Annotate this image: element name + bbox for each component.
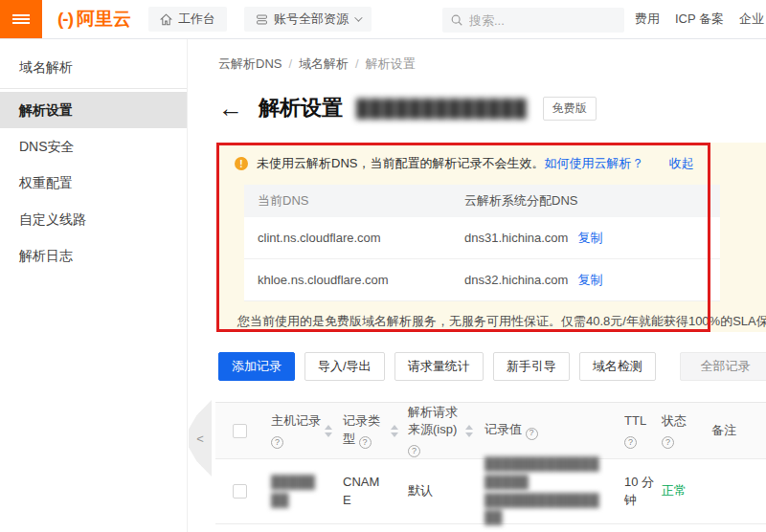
- warning-icon: !: [235, 157, 248, 170]
- row-select-cell: [233, 484, 248, 499]
- record-type-value: CNAME: [343, 474, 387, 510]
- redacted-domain-name: █████████████: [356, 99, 528, 119]
- dns-table-row: khloe.ns.cloudflare.com dns32.hichina.co…: [244, 259, 720, 301]
- dns-table-row: clint.ns.cloudflare.com dns31.hichina.co…: [244, 217, 720, 259]
- top-link-billing[interactable]: 费用: [635, 11, 660, 28]
- sidebar-item-weight-config[interactable]: 权重配置: [0, 165, 187, 201]
- global-search-box[interactable]: [442, 8, 624, 33]
- workbench-button[interactable]: 工作台: [148, 7, 227, 32]
- aliyun-logo-text: 阿里云: [77, 7, 131, 32]
- current-dns-value: clint.ns.cloudflare.com: [244, 231, 464, 245]
- records-table: 主机记录 ? 记录类型 ? 解析请求来源(isp) ? 记录值 ? TTL ?: [215, 402, 766, 524]
- sort-isp-icon[interactable]: [462, 425, 477, 437]
- copy-dns-link[interactable]: 复制: [577, 230, 602, 247]
- page-title: 解析设置: [259, 94, 343, 122]
- resources-icon: [256, 13, 268, 26]
- help-icon[interactable]: ?: [359, 436, 372, 449]
- sort-type-icon[interactable]: [387, 425, 402, 437]
- isp-source-header: 解析请求来源(isp) ?: [408, 404, 462, 458]
- ttl-value: 10 分钟: [624, 474, 655, 510]
- account-resources-label: 账号全部资源: [274, 11, 349, 28]
- remark-header: 备注: [711, 422, 750, 440]
- home-icon: [160, 13, 172, 26]
- account-resources-dropdown[interactable]: 账号全部资源: [244, 7, 372, 32]
- beginner-guide-button[interactable]: 新手引导: [493, 352, 570, 381]
- host-record-value-redacted: ███████: [271, 474, 321, 510]
- sidebar-item-resolution-logs[interactable]: 解析日志: [0, 237, 187, 274]
- hamburger-menu-button[interactable]: [0, 0, 42, 38]
- help-icon[interactable]: ?: [526, 428, 538, 440]
- free-plan-upsell-text: 您当前使用的是免费版域名解析服务，无服务可用性保证。仅需40.8元/年就能获得1…: [237, 313, 766, 330]
- breadcrumb-domain-resolution[interactable]: 域名解析: [299, 56, 349, 71]
- back-arrow-icon[interactable]: ←: [218, 96, 243, 121]
- record-toolbar: 添加记录 导入/导出 请求量统计 新手引导 域名检测: [218, 352, 656, 381]
- current-dns-header: 当前DNS: [244, 192, 464, 210]
- assigned-dns-header: 云解析系统分配DNS: [464, 192, 577, 210]
- help-icon[interactable]: ?: [624, 436, 637, 449]
- domain-check-button[interactable]: 域名检测: [579, 352, 656, 381]
- aliyun-logo-mark: (-): [57, 9, 73, 30]
- dns-comparison-table: 当前DNS 云解析系统分配DNS clint.ns.cloudflare.com…: [244, 185, 720, 301]
- hamburger-icon: [12, 12, 30, 26]
- top-nav-links: 费用 ICP 备案 企业 支持: [635, 0, 766, 38]
- row-checkbox[interactable]: [233, 484, 247, 499]
- select-all-cell: [233, 424, 248, 438]
- assigned-dns-value: dns32.hichina.com: [464, 273, 568, 287]
- chevron-down-icon: [354, 13, 362, 21]
- sidebar-item-dns-security[interactable]: DNS安全: [0, 128, 187, 165]
- warning-message-row: ! 未使用云解析DNS，当前配置的解析记录不会生效。 如何使用云解析？ 收起: [235, 155, 766, 172]
- import-export-button[interactable]: 导入/导出: [304, 352, 385, 381]
- copy-dns-link[interactable]: 复制: [577, 272, 602, 289]
- ttl-header: TTL ?: [624, 412, 655, 449]
- isp-source-value: 默认: [408, 482, 462, 500]
- search-icon: [450, 13, 463, 27]
- help-icon[interactable]: ?: [662, 436, 674, 449]
- sidebar: 域名解析 解析设置 DNS安全 权重配置 自定义线路 解析日志: [0, 39, 188, 532]
- workbench-label: 工作台: [178, 11, 215, 28]
- sidebar-item-domain-resolution[interactable]: 域名解析: [0, 49, 187, 85]
- select-all-checkbox[interactable]: [233, 424, 247, 438]
- host-record-header: 主机记录 ?: [271, 412, 321, 449]
- how-to-use-link[interactable]: 如何使用云解析？: [544, 155, 643, 172]
- records-table-header: 主机记录 ? 记录类型 ? 解析请求来源(isp) ? 记录值 ? TTL ?: [215, 402, 766, 459]
- breadcrumb-cloud-dns[interactable]: 云解析DNS: [218, 56, 282, 71]
- sidebar-collapse-handle[interactable]: <: [189, 400, 212, 477]
- sidebar-item-resolution-settings[interactable]: 解析设置: [0, 92, 187, 128]
- main-content: 云解析DNS/域名解析/解析设置 ← 解析设置 █████████████ 免费…: [215, 39, 766, 532]
- dns-table-header: 当前DNS 云解析系统分配DNS: [244, 185, 720, 217]
- breadcrumb-current: 解析设置: [366, 56, 416, 71]
- collapse-chevron-left-icon: <: [196, 432, 204, 446]
- search-input[interactable]: [469, 13, 603, 28]
- all-records-filter-select[interactable]: 全部记录: [680, 352, 766, 381]
- top-link-enterprise[interactable]: 企业: [739, 11, 764, 28]
- assigned-dns-value: dns31.hichina.com: [464, 231, 568, 245]
- warning-message: 未使用云解析DNS，当前配置的解析记录不会生效。: [257, 155, 544, 172]
- record-value-header: 记录值 ?: [484, 421, 601, 439]
- request-stats-button[interactable]: 请求量统计: [394, 352, 484, 381]
- add-record-button[interactable]: 添加记录: [218, 352, 295, 381]
- aliyun-logo[interactable]: (-) 阿里云: [57, 7, 131, 32]
- top-link-icp[interactable]: ICP 备案: [675, 11, 724, 28]
- dns-warning-panel: ! 未使用云解析DNS，当前配置的解析记录不会生效。 如何使用云解析？ 收起 当…: [218, 143, 766, 332]
- breadcrumb: 云解析DNS/域名解析/解析设置: [218, 55, 766, 73]
- record-value-redacted: ██████████████████ ███████████████: [484, 455, 601, 527]
- record-type-header: 记录类型 ?: [343, 412, 387, 449]
- sidebar-divider: [0, 88, 187, 89]
- status-badge: 正常: [662, 482, 700, 500]
- sort-host-icon[interactable]: [321, 425, 336, 437]
- status-header: 状态 ?: [662, 412, 700, 449]
- top-nav-bar: (-) 阿里云 工作台 账号全部资源 费用 ICP 备案 企业 支持: [0, 0, 766, 39]
- table-row: ███████ CNAME 默认 ██████████████████ ████…: [215, 459, 766, 524]
- current-dns-value: khloe.ns.cloudflare.com: [244, 273, 464, 287]
- help-icon[interactable]: ?: [408, 445, 420, 457]
- help-icon[interactable]: ?: [271, 436, 283, 449]
- collapse-notice-link[interactable]: 收起: [668, 155, 693, 172]
- all-records-filter-label: 全部记录: [701, 358, 751, 375]
- sidebar-item-custom-lines[interactable]: 自定义线路: [0, 201, 187, 237]
- plan-badge: 免费版: [543, 97, 597, 121]
- page-title-row: ← 解析设置 █████████████ 免费版: [218, 94, 766, 122]
